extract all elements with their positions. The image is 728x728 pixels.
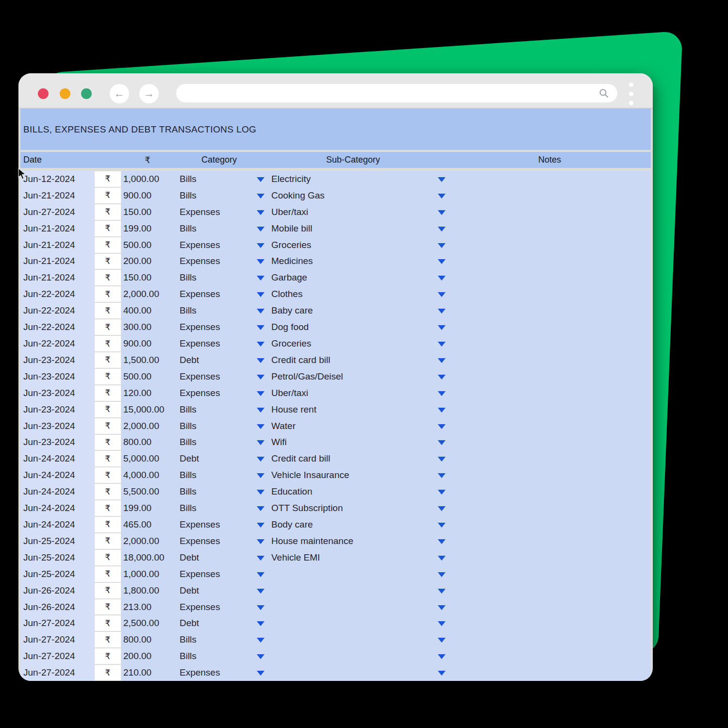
notes-cell[interactable]	[477, 533, 651, 549]
date-cell[interactable]: Jun-23-2024	[20, 418, 94, 434]
category-dropdown-icon[interactable]	[257, 292, 265, 297]
category-dropdown-icon[interactable]	[257, 408, 265, 413]
amount-cell[interactable]: 18,000.00	[123, 549, 165, 566]
category-dropdown-icon[interactable]	[257, 309, 265, 314]
category-cell[interactable]: Bills	[180, 631, 197, 648]
notes-cell[interactable]	[477, 204, 651, 220]
category-dropdown-icon[interactable]	[257, 589, 265, 594]
currency-cell[interactable]: ₹	[94, 450, 121, 467]
currency-cell[interactable]: ₹	[94, 352, 121, 368]
category-cell[interactable]: Expenses	[180, 533, 220, 549]
date-cell[interactable]: Jun-23-2024	[20, 352, 94, 368]
category-cell[interactable]: Expenses	[180, 516, 220, 533]
category-dropdown-icon[interactable]	[257, 605, 265, 610]
category-dropdown-icon[interactable]	[257, 210, 265, 215]
category-dropdown-icon[interactable]	[257, 457, 265, 462]
date-cell[interactable]: Jun-23-2024	[20, 434, 94, 451]
notes-cell[interactable]	[477, 599, 651, 615]
amount-cell[interactable]: 120.00	[123, 385, 151, 401]
subcategory-dropdown-icon[interactable]	[438, 671, 446, 676]
currency-cell[interactable]: ₹	[94, 335, 121, 352]
category-cell[interactable]: Bills	[180, 401, 197, 418]
notes-cell[interactable]	[477, 319, 651, 335]
subcategory-dropdown-icon[interactable]	[438, 473, 446, 478]
currency-cell[interactable]: ₹	[94, 434, 121, 451]
category-cell[interactable]: Bills	[180, 483, 197, 500]
subcategory-cell[interactable]: House maintenance	[271, 533, 353, 549]
traffic-light-maximize-button[interactable]	[81, 88, 92, 99]
subcategory-cell[interactable]: Groceries	[271, 335, 311, 352]
subcategory-cell[interactable]: Groceries	[271, 237, 311, 253]
category-cell[interactable]: Bills	[180, 648, 197, 664]
notes-cell[interactable]	[477, 516, 651, 533]
category-dropdown-icon[interactable]	[257, 523, 265, 528]
date-cell[interactable]: Jun-21-2024	[20, 269, 94, 286]
category-cell[interactable]: Bills	[180, 500, 197, 516]
date-cell[interactable]: Jun-24-2024	[20, 516, 94, 533]
category-dropdown-icon[interactable]	[257, 654, 265, 659]
category-cell[interactable]: Bills	[180, 467, 197, 483]
subcategory-dropdown-icon[interactable]	[438, 259, 446, 264]
category-cell[interactable]: Bills	[180, 171, 197, 187]
subcategory-dropdown-icon[interactable]	[438, 440, 446, 445]
category-dropdown-icon[interactable]	[257, 440, 265, 445]
category-cell[interactable]: Bills	[180, 220, 197, 237]
date-cell[interactable]: Jun-27-2024	[20, 631, 94, 648]
subcategory-cell[interactable]: Wifi	[271, 434, 287, 451]
notes-cell[interactable]	[477, 401, 651, 418]
category-dropdown-icon[interactable]	[257, 424, 265, 429]
category-dropdown-icon[interactable]	[257, 638, 265, 643]
category-cell[interactable]: Debt	[180, 352, 199, 368]
category-dropdown-icon[interactable]	[257, 358, 265, 363]
column-header-sub-category[interactable]: Sub-Category	[326, 152, 380, 168]
currency-cell[interactable]: ₹	[94, 582, 121, 599]
date-cell[interactable]: Jun-25-2024	[20, 566, 94, 582]
notes-cell[interactable]	[477, 253, 651, 270]
subcategory-dropdown-icon[interactable]	[438, 572, 446, 577]
traffic-light-minimize-button[interactable]	[60, 88, 70, 99]
column-header-date[interactable]: Date	[23, 152, 42, 168]
url-input[interactable]	[176, 84, 617, 102]
currency-cell[interactable]: ₹	[94, 401, 121, 418]
notes-cell[interactable]	[477, 335, 651, 352]
notes-cell[interactable]	[477, 615, 651, 631]
date-cell[interactable]: Jun-21-2024	[20, 220, 94, 237]
date-cell[interactable]: Jun-12-2024	[20, 171, 94, 187]
subcategory-dropdown-icon[interactable]	[438, 408, 446, 413]
notes-cell[interactable]	[477, 483, 651, 500]
subcategory-dropdown-icon[interactable]	[438, 638, 446, 643]
subcategory-dropdown-icon[interactable]	[438, 309, 446, 314]
currency-cell[interactable]: ₹	[94, 302, 121, 319]
subcategory-dropdown-icon[interactable]	[438, 292, 446, 297]
notes-cell[interactable]	[477, 352, 651, 368]
subcategory-cell[interactable]: Body care	[271, 516, 313, 533]
subcategory-dropdown-icon[interactable]	[438, 457, 446, 462]
category-dropdown-icon[interactable]	[257, 490, 265, 495]
date-cell[interactable]: Jun-27-2024	[20, 615, 94, 631]
notes-cell[interactable]	[477, 171, 651, 187]
subcategory-dropdown-icon[interactable]	[438, 342, 446, 347]
category-cell[interactable]: Debt	[180, 549, 199, 566]
subcategory-cell[interactable]: Vehicle Insaurance	[271, 467, 349, 483]
amount-cell[interactable]: 465.00	[123, 516, 151, 533]
amount-cell[interactable]: 1,000.00	[123, 171, 159, 187]
subcategory-dropdown-icon[interactable]	[438, 177, 446, 182]
amount-cell[interactable]: 199.00	[123, 220, 151, 237]
amount-cell[interactable]: 4,000.00	[123, 467, 159, 483]
amount-cell[interactable]: 150.00	[123, 204, 151, 220]
currency-cell[interactable]: ₹	[94, 549, 121, 566]
category-dropdown-icon[interactable]	[257, 177, 265, 182]
category-dropdown-icon[interactable]	[257, 342, 265, 347]
category-dropdown-icon[interactable]	[257, 572, 265, 577]
notes-cell[interactable]	[477, 450, 651, 467]
column-header-notes[interactable]: Notes	[538, 152, 561, 168]
date-cell[interactable]: Jun-22-2024	[20, 286, 94, 302]
category-cell[interactable]: Expenses	[180, 319, 220, 335]
date-cell[interactable]: Jun-24-2024	[20, 450, 94, 467]
subcategory-dropdown-icon[interactable]	[438, 556, 446, 561]
currency-cell[interactable]: ₹	[94, 533, 121, 549]
currency-cell[interactable]: ₹	[94, 319, 121, 335]
category-dropdown-icon[interactable]	[257, 621, 265, 626]
category-dropdown-icon[interactable]	[257, 671, 265, 676]
category-cell[interactable]: Bills	[180, 187, 197, 204]
